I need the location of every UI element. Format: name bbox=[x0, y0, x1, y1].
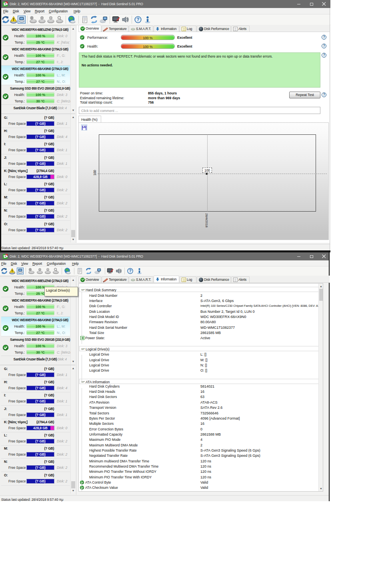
svg-text:?: ? bbox=[136, 17, 139, 22]
svg-text:?: ? bbox=[129, 269, 131, 273]
